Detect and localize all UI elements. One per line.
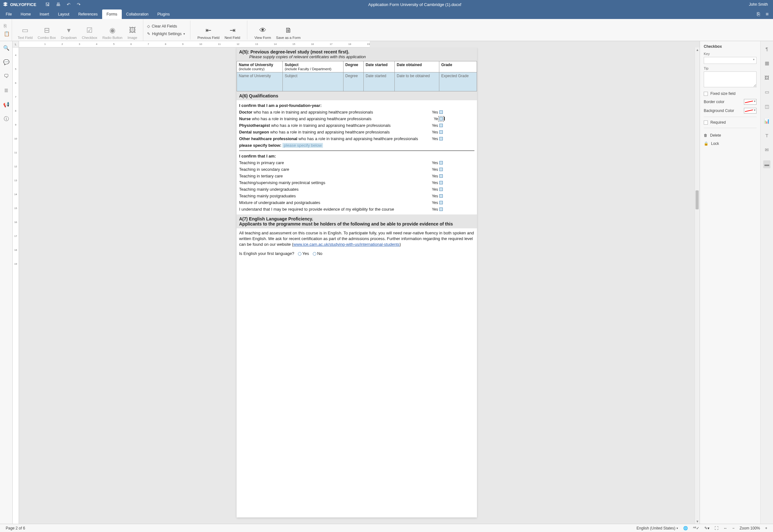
fit-page-icon[interactable]: ⛶ [714,526,718,530]
yes-checkbox[interactable]: Yes [432,187,443,192]
table-tab-icon[interactable]: ▦ [764,59,770,67]
yes-checkbox[interactable]: Yes [432,194,443,198]
yes-checkbox[interactable]: Yes [432,161,443,165]
yes-checkbox[interactable]: Yes [432,167,443,172]
chevron-down-icon[interactable]: ▾ [753,58,755,61]
radio-yes[interactable] [298,252,301,256]
mail-tab-icon[interactable]: ✉ [764,146,770,154]
feedback-icon[interactable]: 📢 [3,102,9,108]
find-icon[interactable]: 🔍 [3,45,9,51]
field-degree[interactable]: Degree [343,72,363,91]
fixed-size-checkbox[interactable] [704,92,708,96]
radio-button-button[interactable]: ◉Radio Button [100,22,125,41]
scroll-up-icon[interactable]: ▲ [696,48,699,52]
tab-home[interactable]: Home [16,9,35,19]
yes-checkbox[interactable]: Yes [432,201,443,205]
next-field-button[interactable]: ⇥Next Field [222,22,243,41]
field-subject[interactable]: Subject [283,72,343,91]
image-button[interactable]: 🖼Image [125,22,140,41]
border-color-picker[interactable] [744,99,757,105]
checkbox-button[interactable]: ☑Checkbox [79,22,100,41]
highlight-settings-button[interactable]: ✎Highlight Settings▾ [147,32,185,36]
yes-checkbox[interactable]: Yes [432,137,443,141]
header-tab-icon[interactable]: ▭ [764,88,770,96]
main-area: 🔍 💬 🗨 ≣ 📢 ⓘ L 12345678910111213141516171… [0,41,773,524]
chart-tab-icon[interactable]: 📊 [763,117,771,125]
specify-field[interactable]: please specify below [282,143,323,148]
redo-icon[interactable]: ↷ [77,2,81,7]
print-icon[interactable]: 🖶 [56,2,60,7]
save-icon[interactable]: 🖫 [45,2,50,7]
language-selector[interactable]: English (United States)▾ [637,526,678,530]
clear-all-fields-button[interactable]: ◇Clear All Fields [147,24,185,28]
text-field-button[interactable]: ▭Text Field [15,22,35,41]
field-started[interactable]: Date started [363,72,394,91]
chat-icon[interactable]: 🗨 [4,73,9,79]
tab-file[interactable]: File [1,9,16,19]
tab-forms[interactable]: Forms [102,9,122,19]
tab-collaboration[interactable]: Collaboration [122,9,153,19]
yes-checkbox[interactable]: Yes [432,130,443,134]
dropdown-button[interactable]: ▾Dropdown [59,22,79,41]
undo-icon[interactable]: ↶ [67,2,71,7]
combo-box-button[interactable]: ⊟Combo Box [35,22,58,41]
field-university[interactable]: Name of University [237,72,283,91]
copy-icon[interactable]: ⎘ [4,23,10,28]
about-icon[interactable]: ⓘ [4,116,9,122]
tab-insert[interactable]: Insert [35,9,53,19]
zoom-in-button[interactable]: + [765,526,767,530]
required-row[interactable]: Required [704,120,757,125]
save-as-form-button[interactable]: 🗎Save as a Form [274,22,303,41]
tab-references[interactable]: References [74,9,102,19]
zoom-level[interactable]: Zoom 100% [739,526,760,530]
shape-tab-icon[interactable]: ◫ [764,102,770,111]
image-tab-icon[interactable]: 🖼 [763,74,770,82]
required-checkbox[interactable] [704,121,708,125]
page-indicator[interactable]: Page 2 of 6 [6,526,25,530]
hamburger-icon[interactable]: ≡ [766,11,769,17]
field-obtained[interactable]: Date to be obtained [395,72,439,91]
yes-checkbox[interactable]: Yes [432,110,443,114]
view-form-button[interactable]: 👁View Form [252,22,273,41]
tab-layout[interactable]: Layout [53,9,74,19]
comments-icon[interactable]: 💬 [3,59,9,65]
fit-width-icon[interactable]: ↔ [723,526,727,530]
open-location-icon[interactable]: ⎘ [757,11,760,17]
vertical-scrollbar[interactable]: ▲ ▼ [695,47,700,524]
yes-checkbox[interactable]: Yes [432,207,443,212]
zoom-out-button[interactable]: − [732,526,734,530]
radio-no[interactable] [313,252,316,256]
yes-checkbox[interactable]: Yes [432,123,443,128]
document-title: Application Form University of Cambridge… [81,2,749,7]
vertical-ruler[interactable]: 45678910111213141516171819 [13,47,19,524]
paragraph-tab-icon[interactable]: ¶ [764,45,769,53]
key-input[interactable] [704,57,757,64]
yes-checkbox[interactable]: Yes [432,174,443,178]
horizontal-ruler[interactable]: 12345678910111213141516171819 [19,41,370,47]
scroll-down-icon[interactable]: ▼ [696,520,699,523]
user-name[interactable]: John Smith [749,2,768,7]
yes-checkbox[interactable]: Ye [434,117,443,121]
globe-icon[interactable]: 🌐 [683,526,688,530]
fixed-size-row[interactable]: Fixed size field [704,91,757,96]
field-grade[interactable]: Expected Grade [439,72,477,91]
scrollbar-thumb[interactable] [696,190,699,209]
document-page[interactable]: A(5): Previous degree-level study (most … [237,47,477,517]
textart-tab-icon[interactable]: T [764,132,770,139]
navigation-icon[interactable]: ≣ [4,87,8,93]
previous-field-button[interactable]: ⇤Previous Field [195,22,222,41]
degree-table: Name of University(include country) Subj… [237,61,477,91]
track-changes-icon[interactable]: ✎▾ [704,526,709,530]
form-tab-icon[interactable]: ▬ [763,160,770,168]
paste-icon[interactable]: 📋 [4,31,10,37]
lock-button[interactable]: 🔒Lock [704,139,757,148]
document-canvas[interactable]: A(5): Previous degree-level study (most … [19,47,695,524]
tip-input[interactable] [704,71,757,87]
yes-checkbox[interactable]: Yes [432,181,443,185]
delete-button[interactable]: 🗑Delete [704,131,757,139]
tab-plugins[interactable]: Plugins [153,9,174,19]
section-a7-header: A(7) English Language Proficiency. Appli… [237,214,477,228]
spellcheck-icon[interactable]: ᴬᴮ✓ [693,526,699,530]
website-link[interactable]: www.ice.cam.ac.uk/studying-with-us/inter… [293,242,399,247]
bg-color-picker[interactable] [744,108,757,114]
